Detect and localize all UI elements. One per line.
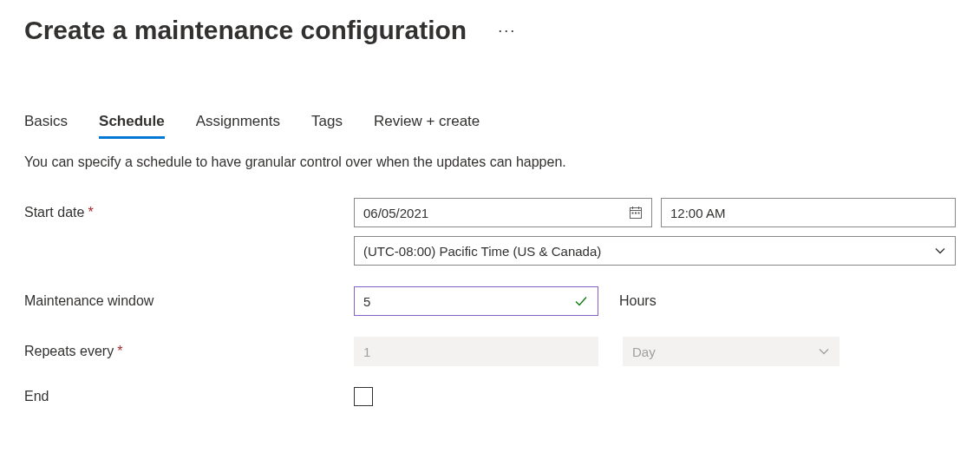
repeats-value-input: 1 bbox=[354, 337, 598, 366]
tab-bar: Basics Schedule Assignments Tags Review … bbox=[24, 108, 956, 137]
chevron-down-icon bbox=[818, 345, 830, 358]
tab-basics[interactable]: Basics bbox=[24, 108, 68, 137]
checkmark-icon bbox=[573, 293, 589, 309]
timezone-select[interactable]: (UTC-08:00) Pacific Time (US & Canada) bbox=[354, 236, 956, 266]
tab-schedule[interactable]: Schedule bbox=[99, 108, 165, 137]
maintenance-window-unit: Hours bbox=[619, 293, 657, 309]
page-title: Create a maintenance configuration bbox=[24, 16, 467, 45]
timezone-value: (UTC-08:00) Pacific Time (US & Canada) bbox=[363, 244, 601, 259]
tab-review-create[interactable]: Review + create bbox=[374, 108, 480, 137]
end-label: End bbox=[24, 389, 49, 404]
start-time-input[interactable] bbox=[661, 198, 956, 227]
svg-rect-5 bbox=[635, 213, 637, 214]
start-date-input[interactable] bbox=[354, 198, 652, 227]
repeats-unit-select: Day bbox=[623, 337, 840, 366]
svg-rect-4 bbox=[632, 213, 634, 214]
chevron-down-icon bbox=[934, 245, 946, 257]
maintenance-window-input[interactable] bbox=[354, 286, 598, 316]
required-indicator: * bbox=[117, 344, 122, 358]
start-date-value[interactable] bbox=[363, 206, 629, 220]
calendar-icon[interactable] bbox=[629, 206, 643, 220]
repeats-every-label: Repeats every bbox=[24, 344, 114, 358]
repeats-unit-value: Day bbox=[632, 345, 656, 359]
end-checkbox[interactable] bbox=[354, 387, 373, 406]
repeats-value: 1 bbox=[363, 345, 370, 359]
more-actions-button[interactable]: ··· bbox=[493, 18, 521, 43]
tab-description: You can specify a schedule to have granu… bbox=[24, 154, 956, 170]
required-indicator: * bbox=[88, 205, 93, 220]
tab-assignments[interactable]: Assignments bbox=[196, 108, 280, 137]
start-time-value[interactable] bbox=[670, 206, 946, 220]
svg-rect-6 bbox=[638, 213, 640, 214]
maintenance-window-value[interactable] bbox=[363, 294, 573, 309]
maintenance-window-label: Maintenance window bbox=[24, 293, 154, 308]
tab-tags[interactable]: Tags bbox=[311, 108, 343, 137]
start-date-label: Start date bbox=[24, 205, 84, 220]
